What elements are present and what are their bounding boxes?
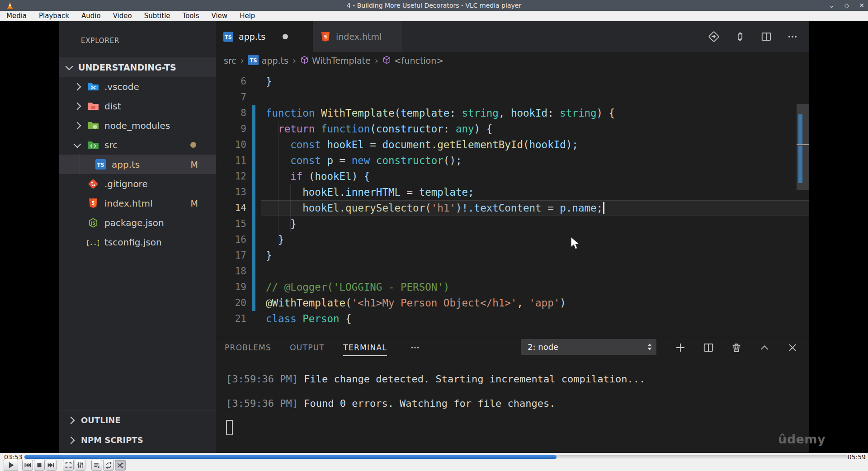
playlist-button[interactable] — [91, 460, 102, 471]
vlc-window: 4 - Building More Useful Decorators - VL… — [0, 0, 868, 471]
menu-audio[interactable]: Audio — [81, 12, 101, 20]
open-changes-icon[interactable] — [708, 31, 720, 42]
sidebar-section-npm-scripts[interactable]: NPM SCRIPTS — [59, 430, 216, 450]
menu-help[interactable]: Help — [240, 12, 255, 20]
code-line-20[interactable]: 20@WithTemplate('<h1>My Person Object</h… — [216, 295, 809, 311]
line-number: 6 — [216, 74, 246, 89]
explorer-item-tsconfig-json[interactable]: {..}tsconfig.json — [59, 232, 216, 252]
panel-tab-problems[interactable]: PROBLEMS — [225, 337, 271, 358]
stop-button[interactable] — [34, 460, 45, 471]
breadcrumb-item[interactable]: src — [224, 56, 236, 66]
vlc-menubar: MediaPlaybackAudioVideoSubtitleToolsView… — [0, 11, 868, 21]
panel-actions — [675, 337, 798, 358]
file-label: tsconfig.json — [104, 237, 162, 248]
next-button[interactable] — [46, 460, 57, 471]
editor-actions — [708, 21, 798, 52]
chevron-down-icon — [74, 140, 81, 148]
explorer-item--vscode[interactable]: .vscode — [59, 77, 216, 96]
explorer-item-app-ts[interactable]: TSapp.tsM — [59, 155, 216, 174]
maximize-icon[interactable]: ◇ — [844, 0, 849, 11]
html-file-icon: 5 — [87, 198, 99, 209]
code-line-10[interactable]: 10 const hookEl = document.getElementByI… — [216, 137, 809, 153]
play-button[interactable] — [4, 459, 18, 471]
typescript-file-icon: TS — [223, 32, 233, 42]
kill-terminal-icon[interactable] — [731, 342, 742, 353]
close-icon[interactable]: ✕ — [859, 0, 864, 11]
section-label: OUTLINE — [81, 415, 121, 425]
code-line-8[interactable]: 8function WithTemplate(template: string,… — [216, 105, 809, 121]
code-line-21[interactable]: 21class Person { — [216, 311, 809, 327]
fullscreen-button[interactable] — [63, 460, 74, 471]
maximize-panel-icon[interactable] — [759, 342, 770, 353]
sync-icon[interactable] — [734, 31, 746, 42]
code-line-14[interactable]: 14 hookEl.querySelector('h1')!.textConte… — [216, 200, 809, 216]
line-number: 8 — [216, 105, 246, 121]
minimize-icon[interactable]: ⌄ — [829, 0, 835, 11]
menu-playback[interactable]: Playback — [39, 12, 69, 20]
time-total: 05:59 — [848, 453, 866, 461]
seek-progress — [24, 455, 557, 459]
panel-tab-output[interactable]: OUTPUT — [290, 337, 325, 358]
video-frame[interactable]: EXPLORER UNDERSTANDING-TS .vscodedistnod… — [0, 21, 868, 453]
split-terminal-icon[interactable] — [703, 342, 714, 353]
terminal-select[interactable]: 2: node — [521, 339, 656, 355]
code-editor[interactable]: 6}78function WithTemplate(template: stri… — [216, 69, 809, 337]
menu-tools[interactable]: Tools — [183, 12, 199, 20]
explorer-item-node-modules[interactable]: node_modules — [59, 116, 216, 135]
close-panel-icon[interactable] — [787, 342, 798, 353]
breadcrumb-item[interactable]: WithTemplate — [300, 56, 371, 66]
npm-package-icon: JS — [87, 217, 99, 228]
menu-media[interactable]: Media — [6, 12, 27, 20]
loop-button[interactable] — [103, 460, 114, 471]
code-line-16[interactable]: 16 } — [216, 232, 809, 248]
split-editor-icon[interactable] — [760, 31, 772, 42]
code-line-6[interactable]: 6} — [216, 74, 809, 89]
code-line-11[interactable]: 11 const p = new constructor(); — [216, 153, 809, 169]
scrollbar-thumb[interactable] — [797, 104, 809, 190]
git-modified-gutter — [252, 216, 255, 232]
menu-view[interactable]: View — [212, 12, 228, 20]
explorer-item-index-html[interactable]: 5index.htmlM — [59, 193, 216, 213]
explorer-item-dist[interactable]: dist — [59, 96, 216, 116]
line-number: 7 — [216, 89, 246, 105]
panel-more-icon[interactable] — [409, 342, 421, 353]
menu-subtitle[interactable]: Subtitle — [144, 12, 170, 20]
code-line-13[interactable]: 13 hookEl.innerHTML = template; — [216, 184, 809, 200]
code-line-15[interactable]: 15 } — [216, 216, 809, 232]
explorer-item-package-json[interactable]: JSpackage.json — [59, 213, 216, 232]
breadcrumb-item[interactable]: <function> — [382, 56, 443, 66]
vlc-titlebar: 4 - Building More Useful Decorators - VL… — [0, 0, 868, 11]
code-line-12[interactable]: 12 if (hookEl) { — [216, 169, 809, 184]
git-modified-gutter — [252, 153, 255, 169]
svg-text:5: 5 — [324, 34, 327, 39]
code-line-19[interactable]: 19// @Logger('LOGGING - PERSON') — [216, 279, 809, 295]
explorer-item--gitignore[interactable]: .gitignore — [59, 174, 216, 193]
panel-tab-terminal[interactable]: TERMINAL — [343, 337, 387, 358]
gutter-spacer — [252, 311, 255, 327]
breadcrumb-separator-icon: › — [292, 55, 296, 66]
sidebar-section-outline[interactable]: OUTLINE — [59, 410, 216, 430]
code-text: hookEl.innerHTML = template; — [255, 184, 809, 200]
code-text: if (hookEl) { — [255, 169, 809, 184]
code-line-18[interactable]: 18 — [216, 264, 809, 279]
explorer-item-src[interactable]: src — [59, 135, 216, 155]
random-button[interactable] — [115, 460, 126, 471]
previous-button[interactable] — [22, 460, 33, 471]
line-number: 10 — [216, 137, 246, 153]
tab-index-html[interactable]: 5index.html — [313, 21, 402, 52]
menu-video[interactable]: Video — [113, 12, 132, 20]
more-actions-icon[interactable] — [787, 31, 798, 42]
code-line-7[interactable]: 7 — [216, 89, 809, 105]
braces-config-icon: {..} — [87, 237, 99, 248]
file-label: .gitignore — [104, 179, 148, 189]
git-modified-gutter — [252, 264, 255, 279]
tab-app-ts[interactable]: TSapp.ts — [216, 21, 313, 52]
code-line-9[interactable]: 9 return function(constructor: any) { — [216, 121, 809, 137]
code-line-17[interactable]: 17} — [216, 248, 809, 264]
breadcrumb-label: <function> — [394, 56, 443, 66]
explorer-section-header[interactable]: UNDERSTANDING-TS — [59, 57, 216, 77]
extended-settings-button[interactable] — [75, 460, 85, 471]
breadcrumb-item[interactable]: TSapp.ts — [248, 55, 288, 67]
new-terminal-icon[interactable] — [675, 342, 686, 353]
seek-bar[interactable] — [24, 455, 848, 459]
